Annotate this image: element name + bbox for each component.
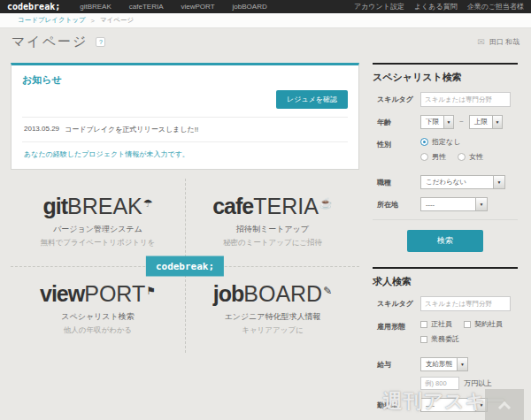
service-desc: 招待制ミートアップ: [236, 224, 309, 235]
age-row: 年齢 下限 ▼ ~ 上限 ▼: [373, 115, 518, 129]
account-nav: アカウント設定 よくある質問 企業のご担当者様: [354, 2, 524, 11]
contract-checkbox[interactable]: [464, 321, 471, 328]
age-label: 年齢: [377, 115, 420, 127]
mail-icon[interactable]: ✉: [477, 37, 484, 47]
skill-tag-input[interactable]: [420, 92, 511, 107]
gender-none-label: 指定なし: [432, 137, 460, 147]
fulltime-checkbox[interactable]: [420, 321, 427, 328]
cafeteria-logo: cafeTERIA☕: [212, 195, 333, 218]
chevron-down-icon: ▼: [492, 116, 502, 128]
service-cafeteria[interactable]: cafeTERIA☕ 招待制ミートアップ 秘密のミートアップにご招待: [185, 179, 359, 266]
salary-amount-input[interactable]: [420, 377, 459, 390]
breadcrumb-current: マイページ: [100, 16, 134, 25]
gender-male-radio[interactable]: [420, 153, 428, 161]
content: お知らせ レジュメを確認 2013.05.29 コードブレイクを正式リリースしま…: [0, 55, 531, 420]
top-navigation: codebreak; gitBREAK cafeTERIA viewPORT j…: [0, 0, 531, 13]
salary-row: 給与 支給形態 ▼ 万円以上: [373, 357, 518, 390]
gender-none-radio[interactable]: [420, 138, 428, 146]
user-area: ✉ 田口 和哉: [477, 37, 519, 47]
drink-icon: ☕: [319, 197, 333, 210]
age-tilde: ~: [459, 118, 464, 126]
outsourcing-label: 業務委託: [431, 334, 459, 344]
service-subdesc: キャリアアップに: [242, 325, 304, 336]
specialist-search-button[interactable]: 検索: [407, 230, 483, 252]
notice-panel: お知らせ レジュメを確認 2013.05.29 コードブレイクを正式リリースしま…: [11, 63, 359, 170]
age-max-select[interactable]: 上限 ▼: [469, 115, 503, 129]
news-date: 2013.05.29: [24, 125, 59, 134]
chevron-up-icon: [498, 401, 511, 413]
umbrella-icon: ☂: [143, 197, 153, 210]
breadcrumb-home-link[interactable]: コードブレイクトップ: [18, 16, 86, 25]
scroll-to-top-button[interactable]: [485, 389, 524, 420]
jobboard-logo: jobBOARD✎: [213, 283, 332, 305]
contract-label: 契約社員: [474, 319, 503, 329]
breadcrumb-separator: >: [91, 17, 95, 25]
nav-account-settings[interactable]: アカウント設定: [354, 2, 404, 11]
service-desc: バージョン管理システム: [53, 224, 142, 235]
nav-jobboard[interactable]: jobBOARD: [233, 3, 267, 11]
employment-type-row: 雇用形態 正社員 契約社員 業務委託: [373, 319, 518, 349]
skill-tag-row: スキルタグ: [373, 296, 518, 311]
nav-for-companies[interactable]: 企業のご担当者様: [467, 2, 524, 11]
specialist-search-title: スペシャリスト検索: [373, 71, 518, 84]
service-subdesc: 無料でプライベートリポジトリを: [41, 238, 156, 248]
gitbreak-logo: gitBREAK☂: [42, 195, 152, 218]
service-jobboard[interactable]: jobBOARD✎ エンジニア特化型求人情報 キャリアアップに: [185, 266, 359, 354]
sidebar: スペシャリスト検索 スキルタグ 年齢 下限 ▼ ~ 上限 ▼: [373, 63, 518, 420]
notice-link-row: あなたの経験したプロジェクト情報が未入力です。: [22, 142, 348, 164]
user-name[interactable]: 田口 和哉: [489, 37, 519, 47]
gender-female-radio[interactable]: [458, 153, 466, 161]
title-bar: マイページ ? ✉ 田口 和哉: [0, 28, 531, 55]
location-select[interactable]: ---- ▼: [420, 197, 488, 211]
job-skill-tag-input[interactable]: [420, 296, 511, 311]
search-button-row: 検索: [373, 219, 518, 254]
job-search-title: 求人検索: [373, 275, 518, 288]
nav-faq[interactable]: よくある質問: [414, 2, 458, 11]
nav-cafeteria[interactable]: cafeTERIA: [129, 3, 164, 11]
nav-gitbreak[interactable]: gitBREAK: [80, 3, 112, 11]
specialist-search-panel: スペシャリスト検索 スキルタグ 年齢 下限 ▼ ~ 上限 ▼: [373, 63, 518, 254]
nav-viewport[interactable]: viewPORT: [181, 3, 214, 11]
codebreak-badge: codebreak;: [146, 256, 224, 276]
codebreak-logo[interactable]: codebreak;: [7, 2, 60, 11]
service-subdesc: 他人の年収がわかる: [64, 325, 133, 336]
check-resume-button[interactable]: レジュメを確認: [276, 90, 348, 109]
service-nav: gitBREAK cafeTERIA viewPORT jobBOARD: [80, 3, 266, 11]
service-gitbreak[interactable]: gitBREAK☂ バージョン管理システム 無料でプライベートリポジトリを: [11, 179, 185, 266]
age-min-select[interactable]: 下限 ▼: [420, 115, 454, 129]
viewport-logo: viewPORT⚑: [40, 283, 156, 305]
gender-row: 性別 指定なし 男性 女性: [373, 137, 518, 167]
salary-unit: 万円以上: [464, 378, 492, 388]
breadcrumb: コードブレイクトップ > マイページ: [0, 13, 531, 28]
occupation-row: 職種 こだわらない ▼: [373, 175, 518, 189]
outsourcing-checkbox[interactable]: [420, 336, 427, 343]
project-info-link[interactable]: あなたの経験したプロジェクト情報が未入力です。: [24, 150, 189, 158]
chevron-down-icon: ▼: [493, 176, 504, 188]
chevron-down-icon: ▼: [457, 358, 467, 370]
news-item: 2013.05.29 コードブレイクを正式リリースしました!!: [22, 118, 348, 142]
flag-icon: ⚑: [146, 285, 156, 297]
fulltime-label: 正社員: [431, 319, 452, 329]
salary-type-select[interactable]: 支給形態 ▼: [420, 357, 468, 371]
chevron-down-icon: ▼: [475, 198, 487, 210]
news-text: コードブレイクを正式リリースしました!!: [65, 125, 198, 134]
help-icon[interactable]: ?: [96, 37, 105, 47]
notice-button-row: レジュメを確認: [22, 90, 348, 118]
salary-label: 給与: [377, 357, 420, 370]
service-viewport[interactable]: viewPORT⚑ スペシャリスト検索 他人の年収がわかる: [11, 266, 185, 354]
workplace-select[interactable]: ---- ▼: [420, 398, 488, 412]
service-subdesc: 秘密のミートアップにご招待: [223, 238, 322, 248]
gender-male-label: 男性: [432, 152, 446, 162]
skill-tag-label: スキルタグ: [377, 92, 420, 104]
main-column: お知らせ レジュメを確認 2013.05.29 コードブレイクを正式リリースしま…: [11, 63, 359, 420]
skill-tag-row: スキルタグ: [373, 92, 518, 107]
gender-female-label: 女性: [469, 152, 483, 162]
occupation-select[interactable]: こだわらない ▼: [420, 175, 505, 189]
occupation-label: 職種: [377, 175, 420, 187]
services-grid: gitBREAK☂ バージョン管理システム 無料でプライベートリポジトリを ca…: [11, 179, 359, 353]
location-label: 所在地: [377, 197, 420, 210]
gender-label: 性別: [377, 137, 420, 149]
page-title: マイページ: [12, 34, 88, 50]
employment-type-label: 雇用形態: [377, 319, 420, 332]
notice-title: お知らせ: [22, 73, 348, 87]
